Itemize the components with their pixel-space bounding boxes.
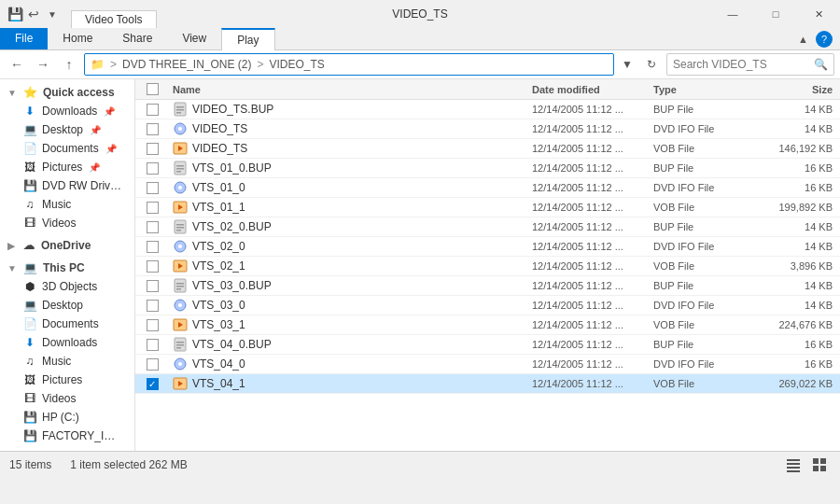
breadcrumb-parent[interactable]: DVD THREE_IN_ONE (2) bbox=[122, 58, 251, 71]
file-checkbox[interactable] bbox=[147, 123, 159, 135]
table-row[interactable]: VIDEO_TS 12/14/2005 11:12 ... DVD IFO Fi… bbox=[135, 119, 840, 139]
file-name: VTS_03_1 bbox=[192, 318, 245, 331]
header-type[interactable]: Type bbox=[653, 84, 756, 95]
row-type-col: VOB File bbox=[653, 319, 756, 330]
table-row[interactable]: VTS_01_1 12/14/2005 11:12 ... VOB File 1… bbox=[135, 198, 840, 217]
search-icon[interactable]: 🔍 bbox=[814, 58, 828, 71]
save-icon[interactable]: 💾 bbox=[7, 7, 22, 21]
row-date-col: 12/14/2005 11:12 ... bbox=[532, 378, 653, 389]
breadcrumb-sep2: > bbox=[258, 58, 264, 71]
file-checkbox[interactable] bbox=[147, 143, 159, 155]
table-row[interactable]: VTS_04_0.BUP 12/14/2005 11:12 ... BUP Fi… bbox=[135, 335, 840, 355]
tab-share[interactable]: Share bbox=[107, 28, 167, 49]
file-checkbox[interactable] bbox=[147, 202, 159, 214]
table-row[interactable]: VIDEO_TS.BUP 12/14/2005 11:12 ... BUP Fi… bbox=[135, 100, 840, 119]
svg-rect-3 bbox=[176, 112, 181, 114]
table-row[interactable]: VTS_01_0.BUP 12/14/2005 11:12 ... BUP Fi… bbox=[135, 159, 840, 178]
file-checkbox[interactable] bbox=[147, 221, 159, 233]
refresh-button[interactable]: ↻ bbox=[640, 53, 663, 76]
sidebar-section-onedrive[interactable]: ▶ ☁ OneDrive bbox=[0, 236, 134, 255]
file-checkbox[interactable] bbox=[147, 241, 159, 253]
close-button[interactable]: ✕ bbox=[797, 0, 840, 28]
row-size-col: 14 KB bbox=[756, 241, 840, 252]
table-row[interactable]: VTS_02_0.BUP 12/14/2005 11:12 ... BUP Fi… bbox=[135, 217, 840, 237]
sidebar-item-videos[interactable]: 🎞 Videos bbox=[0, 389, 134, 408]
row-name-col: VTS_02_0.BUP bbox=[169, 219, 532, 234]
table-row[interactable]: VIDEO_TS 12/14/2005 11:12 ... VOB File 1… bbox=[135, 139, 840, 159]
header-size[interactable]: Size bbox=[756, 84, 840, 95]
header-name[interactable]: Name bbox=[169, 84, 532, 95]
up-button[interactable]: ↑ bbox=[58, 53, 80, 76]
item-count: 15 items bbox=[9, 458, 51, 471]
tab-home[interactable]: Home bbox=[48, 28, 107, 49]
address-box[interactable]: 📁 > DVD THREE_IN_ONE (2) > VIDEO_TS bbox=[84, 53, 614, 76]
sidebar-label-documents-qa: Documents bbox=[42, 142, 99, 155]
table-row[interactable]: VTS_04_0 12/14/2005 11:12 ... DVD IFO Fi… bbox=[135, 355, 840, 374]
sidebar-item-pictures-qa[interactable]: 🖼 Pictures 📌 bbox=[0, 158, 134, 176]
sidebar-item-documents-qa[interactable]: 📄 Documents 📌 bbox=[0, 139, 134, 158]
customize-qa-icon[interactable]: ▼ bbox=[45, 7, 60, 21]
sidebar-item-desktop-qa[interactable]: 💻 Desktop 📌 bbox=[0, 120, 134, 139]
select-all-checkbox[interactable] bbox=[147, 83, 159, 95]
table-row[interactable]: VTS_03_0.BUP 12/14/2005 11:12 ... BUP Fi… bbox=[135, 276, 840, 296]
pc-icon: 💻 bbox=[23, 261, 38, 274]
header-date[interactable]: Date modified bbox=[532, 84, 653, 95]
sidebar-item-factory[interactable]: 💾 FACTORY_IMAG bbox=[0, 427, 134, 445]
table-row[interactable]: ✓ VTS_04_1 12/14/2005 11:12 ... VOB File… bbox=[135, 374, 840, 394]
svg-rect-33 bbox=[176, 342, 184, 343]
table-row[interactable]: VTS_03_1 12/14/2005 11:12 ... VOB File 2… bbox=[135, 315, 840, 335]
back-button[interactable]: ← bbox=[6, 53, 28, 76]
sidebar-item-downloads2[interactable]: ⬇ Downloads bbox=[0, 333, 134, 352]
sidebar-item-hpc[interactable]: 💾 HP (C:) bbox=[0, 408, 134, 427]
maximize-button[interactable]: □ bbox=[754, 0, 797, 28]
breadcrumb-current[interactable]: VIDEO_TS bbox=[270, 58, 325, 71]
file-checkbox[interactable] bbox=[147, 319, 159, 331]
search-input[interactable] bbox=[673, 58, 814, 71]
details-view-button[interactable] bbox=[782, 455, 805, 475]
sidebar-item-music-qa[interactable]: ♫ Music bbox=[0, 195, 134, 214]
sidebar-item-downloads[interactable]: ⬇ Downloads 📌 bbox=[0, 102, 134, 120]
expand-ribbon-icon[interactable]: ▲ bbox=[798, 34, 808, 45]
help-button[interactable]: ? bbox=[816, 31, 833, 48]
file-checkbox[interactable] bbox=[147, 260, 159, 273]
table-row[interactable]: VTS_01_0 12/14/2005 11:12 ... DVD IFO Fi… bbox=[135, 178, 840, 198]
file-checkbox[interactable] bbox=[147, 162, 159, 175]
sidebar-item-dvd[interactable]: 💾 DVD RW Drive (E bbox=[0, 176, 134, 195]
minimize-button[interactable]: — bbox=[711, 0, 754, 28]
file-checkbox[interactable] bbox=[147, 182, 159, 194]
sidebar-label-hpc: HP (C:) bbox=[42, 411, 79, 424]
file-checkbox[interactable] bbox=[147, 280, 159, 292]
undo-icon[interactable]: ↩ bbox=[26, 7, 41, 21]
table-row[interactable]: VTS_03_0 12/14/2005 11:12 ... DVD IFO Fi… bbox=[135, 296, 840, 315]
table-row[interactable]: VTS_02_1 12/14/2005 11:12 ... VOB File 3… bbox=[135, 257, 840, 276]
search-box[interactable]: 🔍 bbox=[666, 53, 834, 76]
sidebar-label-quick-access: Quick access bbox=[43, 86, 115, 99]
tool-tab-video-tools[interactable]: Video Tools bbox=[71, 10, 157, 28]
sidebar-item-videos-qa[interactable]: 🎞 Videos bbox=[0, 214, 134, 232]
forward-button[interactable]: → bbox=[32, 53, 54, 76]
file-checkbox[interactable] bbox=[147, 339, 159, 351]
chevron-icon-3: ▼ bbox=[7, 263, 17, 273]
tab-file[interactable]: File bbox=[0, 28, 48, 49]
sidebar-item-3dobjects[interactable]: ⬢ 3D Objects bbox=[0, 277, 134, 296]
address-dropdown[interactable]: ▼ bbox=[618, 53, 637, 76]
file-checkbox[interactable] bbox=[147, 300, 159, 312]
sidebar-item-music[interactable]: ♫ Music bbox=[0, 352, 134, 371]
sidebar-item-pictures[interactable]: 🖼 Pictures bbox=[0, 371, 134, 389]
sidebar-section-thispc[interactable]: ▼ 💻 This PC bbox=[0, 259, 134, 277]
row-size-col: 14 KB bbox=[756, 104, 840, 115]
table-row[interactable]: VTS_02_0 12/14/2005 11:12 ... DVD IFO Fi… bbox=[135, 237, 840, 257]
header-check[interactable] bbox=[135, 83, 169, 95]
file-checkbox[interactable] bbox=[147, 358, 159, 371]
row-date-col: 12/14/2005 11:12 ... bbox=[532, 319, 653, 330]
sidebar-item-documents[interactable]: 📄 Documents bbox=[0, 315, 134, 333]
file-type-icon bbox=[173, 239, 188, 254]
sidebar-item-desktop[interactable]: 💻 Desktop bbox=[0, 296, 134, 315]
file-type-icon bbox=[173, 102, 188, 117]
tiles-view-button[interactable] bbox=[808, 455, 831, 475]
tab-play[interactable]: Play bbox=[221, 28, 274, 50]
file-checkbox[interactable]: ✓ bbox=[147, 378, 159, 390]
tab-view[interactable]: View bbox=[167, 28, 221, 49]
sidebar-section-quick-access[interactable]: ▼ ⭐ Quick access bbox=[0, 83, 134, 102]
file-checkbox[interactable] bbox=[147, 104, 159, 116]
